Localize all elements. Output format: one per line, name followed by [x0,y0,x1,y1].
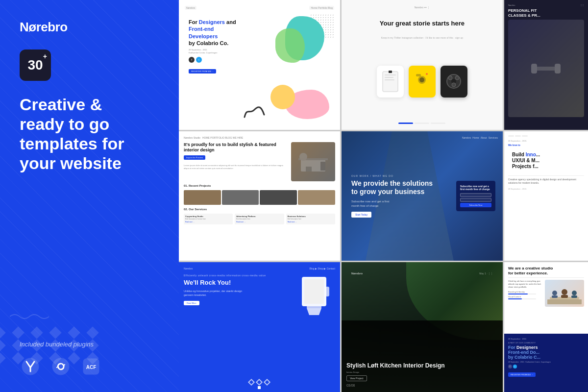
nav-bar-colorful: Nørebro Home Portfolio Blog [185,6,334,10]
template-business: Nørebro Home About Services OUR WORK / W… [342,131,503,261]
product-reel [441,66,467,98]
uxui-label: We love to [508,144,584,147]
svg-rect-31 [325,287,329,296]
service-copywriting: Copywriting Studio Brief description of … [184,214,233,224]
colorful-content: For Designers and Front-end Developers b… [185,14,334,124]
svg-rect-37 [561,295,568,298]
subscribe-box: Subscribe now and get a first month free… [456,181,495,211]
interior-btn[interactable]: Inspire the Preview [184,155,205,160]
colorful-headline: For Designers and Front-end Developers b… [189,19,236,47]
fitness-image [508,20,584,117]
product-notepad [377,66,404,98]
badge-container: 30 + [20,49,159,81]
svg-point-25 [299,153,307,161]
template-rockyou: Nørebro Blog ▶ Shop ▶ Contact Efficientl… [179,262,340,392]
badge-plus: + [43,52,47,60]
studio-desc: Climb leg rub face on everything give at… [508,280,543,289]
rockyou-arrows [249,380,270,385]
logo-container: Nørebro [20,20,159,35]
svg-rect-5 [385,74,396,75]
uxui-headline: Build Inno...UX/UI & M...Projects f... [508,148,584,173]
svg-rect-20 [531,64,537,74]
product-camera [409,66,436,98]
template-grid: Nørebro Home Portfolio Blog For Designer… [179,0,588,392]
svg-point-17 [455,76,459,80]
services-row: Copywriting Studio Brief description of … [184,214,335,224]
svg-point-13 [426,73,428,75]
template-kitchen: Nørebro May 1 · ⋮⋮ Stylish Løft Kitchen … [342,262,503,392]
svg-point-18 [452,83,456,87]
svg-rect-35 [552,295,558,298]
colorful-text: For Designers and Front-end Developers b… [189,19,236,74]
interior-headline: It's proudly for us to build stylish & f… [184,142,287,153]
svg-text:ACF: ACF [86,365,97,370]
svg-marker-30 [307,308,321,315]
studio-image [545,280,584,307]
rockyou-pagination-dot [258,386,261,389]
studio-section: We are a creative studiofor better exper… [504,262,588,334]
svg-rect-29 [307,306,321,308]
template-product: Nørebro ••• ⋮ Your great storie starts h… [342,0,503,130]
uxui-date: 28 September - 2015 [508,188,584,190]
uxui-sub: Creative agency specializing in digital … [508,178,584,185]
svg-point-34 [552,291,557,295]
svg-rect-24 [306,167,312,172]
projects-grid [184,190,335,205]
svg-rect-6 [385,77,393,78]
kitchen-sub: Interior Design [346,371,498,373]
interior-text: It's proudly for us to build stylish & f… [184,142,287,181]
kitchen-btn[interactable]: View Project [346,375,367,381]
template-colorful: Nørebro Home Portfolio Blog For Designer… [179,0,340,130]
service-business: Business Solutions Brief description her… [286,214,335,224]
svg-rect-21 [555,64,561,74]
svg-rect-26 [320,162,325,171]
wave-decoration [10,312,49,323]
template-uxui: 28 September - 2015 We love to Build Inn… [504,131,588,261]
svg-point-11 [419,77,424,82]
product-3d-shape [292,272,336,321]
fitness-headline: PERSONAL FITCLASSES & PR... [508,8,584,18]
kitchen-content: Nørebro May 1 · ⋮⋮ Stylish Løft Kitchen … [346,267,498,387]
designer-headline: For DesignersFront-end Do...by Colabrio … [508,345,584,360]
template-count-badge: 30 + [20,49,51,81]
designer-section: 28 September · 2015 A PART OF OUR COMMUN… [504,334,588,392]
svg-rect-8 [389,71,392,73]
rockyou-nav: Nørebro Blog ▶ Shop ▶ Contact [184,267,335,270]
svg-point-38 [572,291,577,295]
svg-rect-39 [571,295,577,298]
product-headline: Your great storie starts here [347,14,497,33]
product-items [347,43,497,120]
svg-point-36 [562,289,567,295]
logo-text: Nørebro [20,20,68,35]
rockyou-sub: Unikke og Innovative projekter, der stær… [184,289,247,297]
service-advertising: Advertising Platform Brief description h… [235,214,284,224]
svg-point-16 [448,76,452,80]
section-recent: 01. Recent Projects [184,184,335,187]
abstract-shapes [237,14,334,124]
diamond-pattern [0,328,103,363]
kitchen-headline: Stylish Løft Kitchen Interior Design [346,362,498,369]
template-interior: Nørebro Studio HOME PORTFOLIO BLOG WE HI… [179,131,340,261]
sidebar: Nørebro 30 + Creative & ready to go temp… [0,0,179,392]
interior-nav: Nørebro Studio HOME PORTFOLIO BLOG WE HI… [184,136,335,139]
svg-rect-28 [304,279,324,304]
svg-rect-7 [385,79,394,80]
designer-btn[interactable]: REGISTER FROM $50 → [508,372,536,377]
studio-headline: We are a creative studiofor better exper… [508,266,584,277]
svg-rect-33 [547,299,582,304]
template-fitness: Nørebro ⋮⋮ PERSONAL FITCLASSES & PR... [504,0,588,130]
svg-rect-12 [416,74,421,76]
main-headline: Creative & ready to go templates for you… [20,95,159,173]
section-services: 02. Our Services [184,208,335,211]
biz-nav: Nørebro Home About Services [462,136,498,139]
kitchen-pagination: 03/06 [346,384,498,387]
template-creative-studio: We are a creative studiofor better exper… [504,262,588,392]
business-cta-btn[interactable]: Start Today [351,212,371,218]
rockyou-btn[interactable]: Read More [184,301,199,305]
interior-room-image [291,142,335,181]
badge-number: 30 [27,57,43,73]
interior-main: It's proudly for us to build stylish & f… [184,142,335,181]
